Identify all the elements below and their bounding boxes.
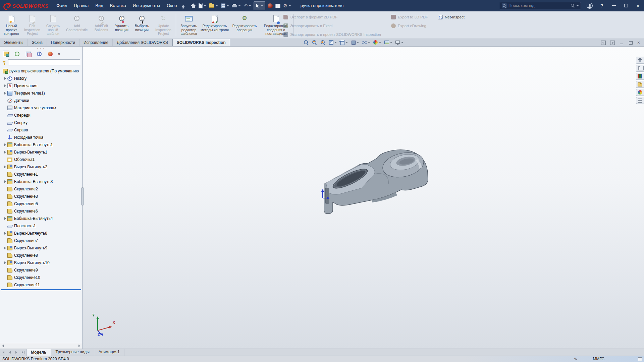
task-pane-home-tab[interactable]: [636, 57, 644, 64]
undo-button[interactable]: ↶: [242, 1, 253, 10]
expand-arrow-icon[interactable]: [4, 143, 6, 146]
scroll-right-arrow-icon[interactable]: [77, 344, 82, 348]
tree-item[interactable]: Скругление11: [0, 281, 82, 289]
home-button[interactable]: [190, 1, 197, 10]
view-orientation-button[interactable]: [339, 39, 349, 46]
tree-item[interactable]: Сверху: [0, 119, 82, 126]
expand-arrow-icon[interactable]: [4, 92, 6, 95]
expand-arrow-icon[interactable]: [4, 217, 6, 220]
property-manager-tab[interactable]: [14, 51, 20, 57]
maximize-button[interactable]: [620, 0, 632, 11]
tab-repair[interactable]: Исправление: [79, 39, 113, 46]
tree-item[interactable]: Исходная точка: [0, 134, 82, 141]
tree-horizontal-scrollbar[interactable]: [0, 343, 82, 349]
edit-inspection-methods-button[interactable]: Редактировать методы контроля: [200, 11, 229, 39]
help-button[interactable]: ?: [596, 0, 608, 11]
tree-item[interactable]: Оболочка1: [0, 156, 82, 163]
task-pane-resources-tab[interactable]: [636, 65, 644, 72]
expand-arrow-icon[interactable]: [4, 151, 6, 154]
minimize-button[interactable]: [608, 0, 620, 11]
menu-window[interactable]: Окно: [163, 0, 180, 11]
expand-arrow-icon[interactable]: [4, 261, 6, 264]
graphics-viewport[interactable]: Y X Z: [83, 47, 644, 349]
new-document-button[interactable]: [197, 1, 208, 10]
expand-arrow-icon[interactable]: [4, 180, 6, 183]
last-tab-button[interactable]: [20, 350, 25, 355]
tree-item[interactable]: Датчики: [0, 97, 82, 104]
tree-item[interactable]: Скругление10: [0, 274, 82, 281]
tree-item[interactable]: Справа: [0, 126, 82, 134]
edit-inspection-project-button[interactable]: Edit Inspection Project: [21, 11, 43, 39]
tree-item[interactable]: Примечания: [0, 82, 82, 89]
export-2d-pdf-button[interactable]: Экспорт в формат 2D PDF: [283, 14, 381, 20]
add-edit-balloons-button[interactable]: 1 Add/Edit Balloons: [91, 11, 112, 39]
display-panes-button[interactable]: [274, 1, 282, 10]
export-3d-pdf-button[interactable]: Export to 3D PDF: [391, 14, 428, 20]
display-manager-tab[interactable]: [47, 51, 54, 57]
apply-scene-button[interactable]: [383, 39, 393, 46]
add-characteristic-button[interactable]: 1 Add Characteristic: [63, 11, 91, 39]
tree-item[interactable]: Вырез-Вытянуть9: [0, 244, 82, 252]
tree-item[interactable]: Твердые тела(1): [0, 89, 82, 97]
tab-features[interactable]: Элементы: [0, 39, 28, 46]
filter-funnel-icon[interactable]: [2, 60, 6, 65]
configuration-manager-tab[interactable]: [25, 51, 32, 57]
tree-item[interactable]: Материал <не указан>: [0, 104, 82, 112]
previous-view-button[interactable]: [319, 39, 327, 46]
panel-splitter-handle[interactable]: [81, 187, 84, 205]
delete-balloons-button[interactable]: 1× Удалить позиции: [112, 11, 131, 39]
feature-manager-tab[interactable]: [3, 51, 9, 57]
tab-model[interactable]: Модель: [26, 349, 51, 356]
tree-item[interactable]: Вырез-Вытянуть1: [0, 148, 82, 156]
create-new-template-button[interactable]: Создать новый шаблон: [43, 11, 63, 39]
doc-restore-icon[interactable]: [628, 41, 633, 45]
task-pane-appearances-tab[interactable]: [636, 89, 644, 96]
tree-item[interactable]: Плоскость1: [0, 222, 82, 230]
tree-item[interactable]: Скругление1: [0, 171, 82, 178]
menu-tools[interactable]: Инструменты: [129, 0, 163, 11]
dock-pane-left-icon[interactable]: [601, 41, 606, 45]
expand-arrow-icon[interactable]: [4, 232, 6, 235]
tab-solidworks-inspection[interactable]: SOLIDWORKS Inspection: [172, 39, 230, 46]
task-pane-file-explorer-tab[interactable]: [636, 81, 644, 88]
edit-operations-button[interactable]: ⚙ Редактировать операции: [229, 11, 260, 39]
hide-show-items-button[interactable]: [361, 39, 371, 46]
task-pane-custom-properties-tab[interactable]: [636, 97, 644, 104]
dock-pane-right-icon[interactable]: [610, 41, 615, 45]
tree-item[interactable]: Вырез-Вытянуть2: [0, 163, 82, 171]
tree-item[interactable]: Бобышка-Вытянуть1: [0, 141, 82, 148]
menu-edit[interactable]: Правка: [70, 0, 92, 11]
close-button[interactable]: ×: [632, 0, 644, 11]
edit-appearance-button[interactable]: [372, 39, 382, 46]
tab-surfaces[interactable]: Поверхности: [47, 39, 79, 46]
tree-item[interactable]: Скругление9: [0, 266, 82, 274]
doc-minimize-icon[interactable]: [619, 41, 624, 45]
doc-close-icon[interactable]: ×: [637, 41, 640, 45]
expand-arrow-icon[interactable]: [4, 84, 6, 87]
tree-item[interactable]: History: [0, 75, 82, 82]
status-options-icon[interactable]: [638, 357, 642, 361]
net-inspect-button[interactable]: Net-Inspect: [438, 14, 465, 20]
tab-3d-views[interactable]: Трехмерные виды: [51, 349, 94, 356]
view-settings-button[interactable]: [394, 39, 404, 46]
display-style-button[interactable]: [350, 39, 360, 46]
panel-tabs-overflow[interactable]: »: [58, 52, 60, 56]
launch-template-editor-button[interactable]: Запустить редактор шаблонов: [177, 11, 200, 39]
tree-item[interactable]: Бобышка-Вытянуть3: [0, 178, 82, 185]
select-balloons-button[interactable]: 1 Выбрать позиции: [131, 11, 152, 39]
tree-item[interactable]: Скругление6: [0, 207, 82, 215]
export-excel-button[interactable]: Экспортировать в Excel: [283, 23, 381, 29]
tree-item[interactable]: Скругление5: [0, 200, 82, 207]
tab-animation1[interactable]: Анимация1: [94, 349, 124, 356]
expand-arrow-icon[interactable]: [4, 77, 6, 80]
search-scope-icon[interactable]: [502, 3, 507, 8]
menu-pin-icon[interactable]: [181, 5, 185, 10]
tree-root[interactable]: ручка опрыскивателя (По умолчанию: [0, 67, 82, 75]
appearance-button[interactable]: [266, 1, 274, 10]
tree-filter-input[interactable]: [8, 59, 80, 65]
new-inspection-project-button[interactable]: ★ Новый проект контроля: [1, 11, 21, 39]
task-pane-design-library-tab[interactable]: [636, 73, 644, 80]
tree-item[interactable]: Вырез-Вытянуть10: [0, 259, 82, 266]
expand-arrow-icon[interactable]: [4, 247, 6, 249]
open-button[interactable]: [208, 1, 219, 10]
